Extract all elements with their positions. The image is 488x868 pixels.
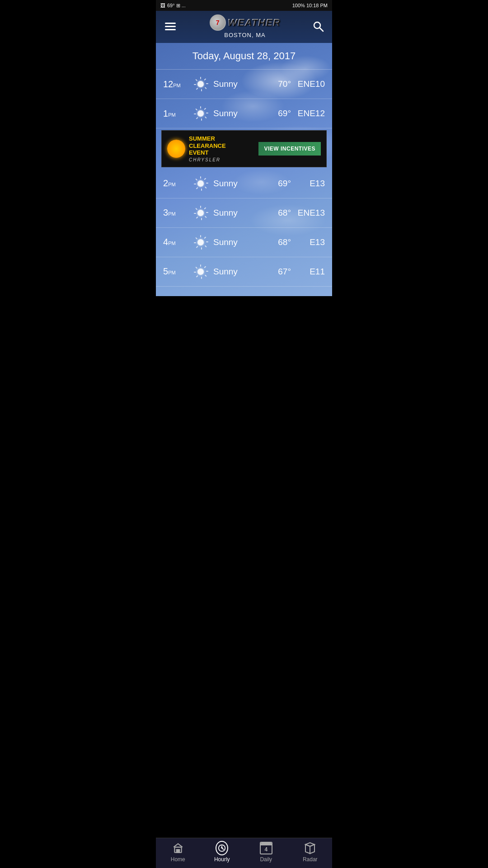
sun-icon <box>196 267 206 277</box>
time-col: 5PM <box>163 266 188 277</box>
condition-col: Sunny <box>213 208 262 218</box>
temp-col: 68° <box>266 237 291 247</box>
sun-icon-wrap <box>192 205 209 221</box>
sun-icon <box>196 237 206 247</box>
logo-number: 7 <box>210 14 226 31</box>
menu-button[interactable] <box>163 21 178 32</box>
logo-area: 7 WEATHER BOSTON, MA <box>210 14 281 38</box>
sun-icon <box>196 208 206 218</box>
app-header: 7 WEATHER BOSTON, MA <box>156 11 332 43</box>
condition-col: Sunny <box>213 237 262 247</box>
temp-col: 70° <box>266 79 291 89</box>
location-label: BOSTON, MA <box>224 32 265 38</box>
sun-icon-wrap <box>192 234 209 250</box>
condition-col: Sunny <box>213 267 262 277</box>
weather-row: 3PMSunny68°ENE13 <box>156 198 332 228</box>
ad-title: SUMMERCLEARANCEEVENT <box>189 135 226 156</box>
ad-sun-graphic <box>167 140 185 158</box>
status-right: 100% 10:18 PM <box>292 3 328 8</box>
weather-row: 12PMSunny70°ENE10 <box>156 70 332 99</box>
wind-col: ENE12 <box>296 108 325 118</box>
date-header: Today, August 28, 2017 <box>156 43 332 70</box>
temp-col: 67° <box>266 267 291 277</box>
condition-col: Sunny <box>213 108 262 118</box>
main-content: Today, August 28, 2017 12PMSunny70°ENE10… <box>156 43 332 296</box>
time-col: 1PM <box>163 108 188 119</box>
sun-icon <box>196 179 206 189</box>
weather-row: 5PMSunny67°E11 <box>156 257 332 287</box>
temp-col: 68° <box>266 208 291 218</box>
ad-banner[interactable]: SUMMERCLEARANCEEVENT CHRYSLER VIEW INCEN… <box>161 130 327 167</box>
ad-text: SUMMERCLEARANCEEVENT CHRYSLER <box>189 135 226 162</box>
weather-rows-after-ad: 2PMSunny69°E133PMSunny68°ENE134PMSunny68… <box>156 169 332 287</box>
wind-col: E13 <box>296 237 325 247</box>
wind-col: ENE10 <box>296 79 325 89</box>
time-col: 3PM <box>163 208 188 218</box>
temp-col: 69° <box>266 179 291 189</box>
sun-icon-wrap <box>192 105 209 122</box>
time-col: 4PM <box>163 237 188 247</box>
svg-line-1 <box>319 28 323 31</box>
condition-col: Sunny <box>213 79 262 89</box>
ad-brand: CHRYSLER <box>189 157 226 162</box>
ad-content-left: SUMMERCLEARANCEEVENT CHRYSLER <box>167 135 226 162</box>
search-button[interactable] <box>312 20 325 33</box>
time-col: 12PM <box>163 79 188 90</box>
status-temp: 69° ⊞ ... <box>167 3 186 9</box>
sun-icon <box>196 79 206 89</box>
weather-row: 1PMSunny69°ENE12 <box>156 99 332 128</box>
status-bar: 🖼 69° ⊞ ... 100% 10:18 PM <box>156 0 332 11</box>
condition-col: Sunny <box>213 179 262 189</box>
sun-icon-wrap <box>192 76 209 92</box>
status-left: 🖼 69° ⊞ ... <box>160 3 186 9</box>
sun-icon-wrap <box>192 175 209 192</box>
time-col: 2PM <box>163 178 188 189</box>
status-info: 100% 10:18 PM <box>292 3 328 8</box>
weather-rows-container: 12PMSunny70°ENE101PMSunny69°ENE12 <box>156 70 332 128</box>
wind-col: E13 <box>296 179 325 189</box>
weather-row: 2PMSunny69°E13 <box>156 169 332 198</box>
status-photo-icon: 🖼 <box>160 3 165 8</box>
ad-cta-button[interactable]: VIEW INCENTIVES <box>258 142 321 156</box>
logo-badge: 7 WEATHER <box>210 14 281 31</box>
sun-icon <box>196 108 206 118</box>
temp-col: 69° <box>266 108 291 118</box>
wind-col: ENE13 <box>296 208 325 218</box>
weather-row: 4PMSunny68°E13 <box>156 228 332 257</box>
logo-text: WEATHER <box>228 17 281 28</box>
sun-icon-wrap <box>192 264 209 280</box>
wind-col: E11 <box>296 267 325 277</box>
